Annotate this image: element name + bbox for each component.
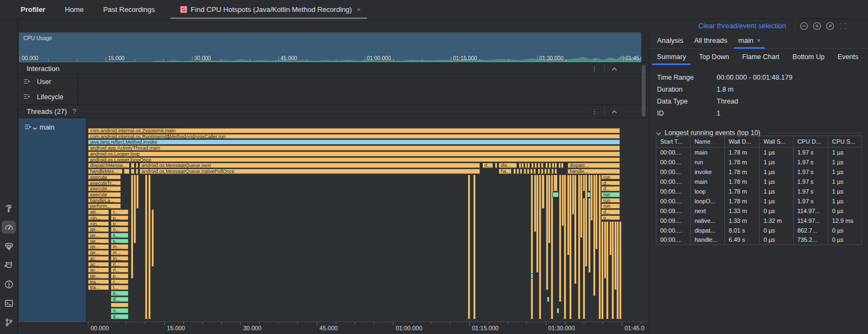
kebab-menu-icon[interactable]: ⋮ — [591, 107, 598, 115]
flame-bar[interactable]: d... — [111, 314, 129, 319]
flame-bar[interactable]: run — [601, 203, 620, 209]
flame-bar[interactable] — [619, 221, 622, 319]
flame-bar[interactable] — [136, 169, 138, 174]
flame-bar[interactable]: c... — [111, 209, 129, 215]
flame-bar[interactable]: tra... — [88, 285, 109, 290]
flame-bar[interactable] — [606, 221, 609, 319]
flame-bar[interactable]: ac... — [88, 256, 109, 261]
subtab-summary[interactable]: Summary — [657, 49, 686, 65]
flame-bar[interactable]: android.os.Looper.loopOnce — [88, 157, 620, 163]
flame-bar[interactable] — [561, 163, 564, 168]
flame-bar[interactable]: in... — [111, 250, 129, 255]
flame-bar[interactable] — [148, 175, 151, 319]
flame-bar[interactable]: ha... — [499, 169, 512, 174]
table-column-header[interactable]: Name — [691, 136, 725, 147]
flame-bar[interactable] — [574, 175, 577, 285]
flame-bar[interactable] — [534, 163, 537, 168]
flame-bar[interactable]: c... — [111, 279, 129, 285]
flame-bar[interactable] — [531, 163, 534, 168]
flame-bar[interactable] — [552, 192, 559, 197]
flame-bar[interactable]: in... — [111, 256, 129, 261]
interaction-row-lifecycle[interactable]: Lifecycle — [18, 89, 649, 105]
flame-bar[interactable] — [124, 169, 130, 174]
flame-bar[interactable] — [131, 163, 135, 168]
flame-bar[interactable] — [468, 175, 470, 319]
flame-bar[interactable]: ge... — [88, 273, 109, 279]
flame-bar[interactable]: o... — [111, 227, 129, 232]
version-control-branch-icon[interactable] — [2, 316, 16, 329]
flame-bar[interactable]: ge... — [88, 244, 109, 249]
table-column-header[interactable]: Start T... — [656, 136, 691, 147]
flame-bar[interactable]: o... — [111, 308, 129, 313]
flame-bar[interactable]: ge... — [88, 250, 109, 255]
flame-bar[interactable]: rl... — [111, 267, 129, 273]
flame-bar[interactable] — [541, 175, 545, 209]
flame-bar[interactable]: s... — [111, 239, 129, 244]
flame-bar[interactable] — [554, 169, 557, 174]
flame-bar[interactable]: d... — [601, 186, 620, 191]
flame-bar[interactable] — [545, 163, 548, 168]
table-column-header[interactable]: CPU D... — [793, 136, 828, 147]
event-row[interactable]: 00:00....dispat...8.01 s0 µs862.7...0 µs — [656, 226, 862, 235]
flame-bar[interactable] — [564, 175, 566, 319]
flame-bar[interactable]: run — [601, 192, 620, 197]
event-row[interactable]: 00:00....handle...6.49 s0 µs735.2...0 µs — [656, 235, 862, 245]
thread-expand-chevron-down-icon[interactable] — [33, 123, 37, 132]
subtab-flame-chart[interactable]: Flame Chart — [742, 49, 780, 65]
flame-bar[interactable] — [538, 169, 540, 174]
event-row[interactable]: 00:09....next1.33 m0 µs114.97...0 µs — [656, 206, 862, 216]
flame-bar[interactable] — [527, 163, 530, 168]
flame-bar[interactable] — [547, 169, 550, 174]
flame-bar[interactable]: ge... — [88, 227, 109, 232]
flame-bar[interactable] — [111, 303, 129, 308]
event-row[interactable]: 00:00....loopO...1.78 m1 µs1.97 s1 µs — [656, 196, 862, 206]
flame-bar[interactable] — [527, 169, 529, 174]
flame-bar[interactable]: <in... — [88, 221, 109, 227]
zoom-in-icon[interactable] — [813, 22, 821, 30]
flame-bar[interactable]: android.os.MessageQueue.next — [139, 163, 480, 168]
flame-bar[interactable] — [553, 175, 558, 191]
flame-bar[interactable]: p... — [111, 215, 129, 221]
flame-bar[interactable] — [554, 163, 557, 168]
flame-bar[interactable]: att... — [88, 209, 109, 215]
flame-bar[interactable]: ac... — [88, 267, 109, 273]
flame-bar[interactable] — [495, 163, 497, 168]
threads-section-header[interactable]: Threads (27) ? ⋮ — [18, 105, 649, 118]
flame-bar[interactable]: ge... — [88, 233, 109, 238]
flame-bar[interactable] — [595, 175, 598, 249]
tab-close-icon[interactable]: × — [357, 5, 361, 14]
tab-all-threads[interactable]: All threads — [694, 33, 727, 49]
flame-bar[interactable]: dispatc... — [567, 163, 620, 168]
flame-bar[interactable]: com.android.internal.os.ZygoteInit.main — [88, 128, 620, 133]
flame-bar[interactable] — [551, 169, 554, 174]
reset-zoom-icon[interactable] — [826, 22, 834, 30]
flame-bar[interactable]: com.android.internal.os.RuntimeInit$Meth… — [88, 134, 620, 139]
zoom-out-icon[interactable] — [800, 22, 808, 30]
flame-bar[interactable] — [473, 175, 476, 319]
event-row[interactable]: 00:00....main1.78 m1 µs1.97 s1 µs — [656, 147, 862, 157]
flame-bar[interactable]: execute — [88, 175, 121, 180]
flame-bar[interactable]: execute — [88, 192, 121, 197]
flame-bar[interactable]: d... — [601, 181, 620, 186]
flame-bar[interactable] — [513, 169, 516, 174]
kebab-menu-icon[interactable]: ⋮ — [591, 65, 598, 73]
flame-bar[interactable]: d... — [601, 209, 620, 215]
terminal-icon[interactable] — [2, 297, 16, 310]
flame-bar[interactable]: android.os.Looper.loop — [88, 151, 620, 157]
event-row[interactable]: 00:00....invoke1.78 m1 µs1.97 s1 µs — [656, 167, 862, 177]
nav-past-recordings[interactable]: Past Recordings — [103, 5, 155, 14]
flame-bar[interactable] — [548, 163, 551, 168]
flame-bar[interactable]: handleMes... — [88, 169, 123, 174]
flame-bar[interactable]: run — [601, 175, 620, 180]
flame-bar[interactable] — [520, 169, 522, 174]
app-insights-diamond-icon[interactable] — [2, 240, 16, 253]
flame-bar[interactable] — [547, 297, 550, 302]
collapse-chevron-up-icon[interactable] — [611, 107, 617, 115]
flame-bar[interactable]: p... — [601, 215, 620, 221]
flame-bar[interactable] — [531, 273, 533, 279]
subtab-events[interactable]: Events — [838, 49, 858, 65]
flame-bar[interactable] — [585, 175, 588, 267]
flame-bar[interactable]: ge... — [88, 239, 109, 244]
flame-bar[interactable]: ac... — [88, 262, 109, 267]
flame-bar[interactable] — [530, 169, 533, 174]
